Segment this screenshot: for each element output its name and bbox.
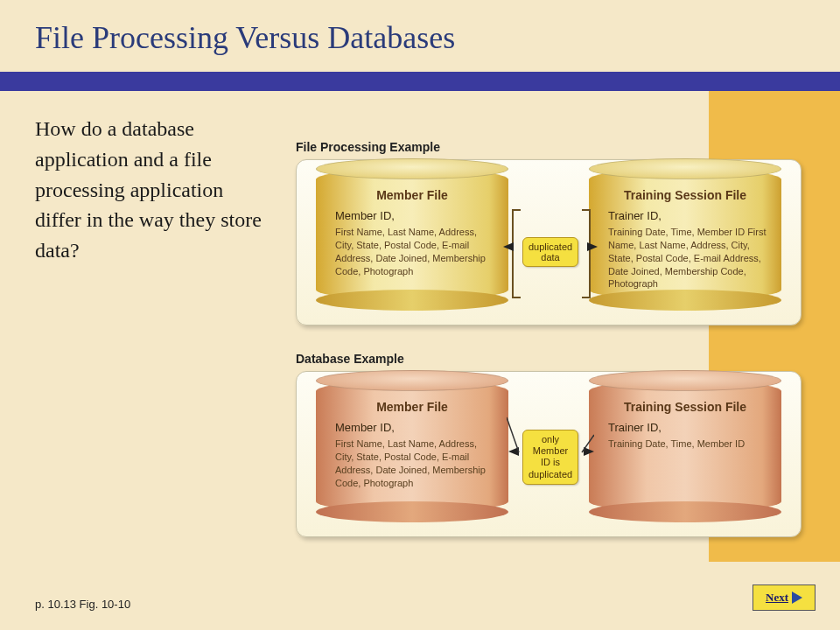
bracket-left [512, 209, 521, 298]
cylinder-fields: Training Date, Time, Member ID First Nam… [603, 226, 767, 290]
cylinder-title: Training Session File [603, 188, 767, 202]
badge-duplicated: duplicated data [522, 237, 578, 267]
connector-lines [507, 409, 594, 487]
diagram-file-processing: Member File Member ID, First Name, Last … [296, 159, 802, 326]
cylinder-key: Trainer ID, [603, 209, 767, 222]
cylinder-key: Trainer ID, [603, 421, 767, 434]
section-label-database: Database Example [296, 352, 404, 366]
cylinder-fields: First Name, Last Name, Address, City, St… [330, 226, 494, 277]
diagram-database: Member File Member ID, First Name, Last … [296, 371, 802, 537]
cylinder-title: Member File [330, 188, 494, 202]
cylinder-title: Member File [330, 400, 494, 414]
page-reference: p. 10.13 Fig. 10-10 [35, 598, 130, 611]
bracket-right [582, 209, 591, 298]
cylinder-fields: First Name, Last Name, Address, City, St… [330, 438, 494, 489]
svg-line-1 [582, 435, 594, 452]
arrow-right-icon [587, 242, 598, 251]
section-label-file-processing: File Processing Example [296, 140, 440, 154]
cylinder-member-file: Member File Member ID, First Name, Last … [316, 169, 508, 300]
svg-line-0 [507, 417, 519, 452]
cylinder-key: Member ID, [330, 209, 494, 222]
next-arrow-icon [792, 592, 802, 604]
cylinder-member-file: Member File Member ID, First Name, Last … [316, 381, 508, 512]
arrow-left-icon [503, 242, 514, 251]
cylinder-key: Member ID, [330, 421, 494, 434]
next-button[interactable]: Next [752, 584, 816, 611]
cylinder-title: Training Session File [603, 400, 767, 414]
cylinder-training-file: Training Session File Trainer ID, Traini… [589, 169, 781, 300]
header-divider [0, 72, 840, 91]
page-title: File Processing Versus Databases [35, 19, 455, 56]
next-label: Next [766, 591, 788, 605]
cylinder-training-file: Training Session File Trainer ID, Traini… [589, 381, 781, 512]
cylinder-fields: Training Date, Time, Member ID [603, 438, 767, 451]
question-text: How do a database application and a file… [35, 114, 262, 266]
